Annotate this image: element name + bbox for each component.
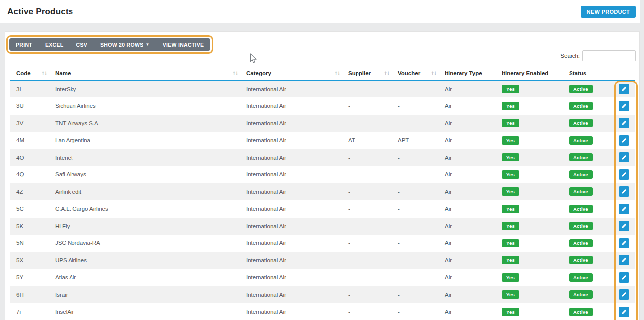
cell-voucher: -: [392, 235, 439, 252]
toolbar-button-print[interactable]: PRINT: [9, 38, 39, 51]
status-badge: Active: [569, 256, 593, 264]
cell-voucher: -: [392, 166, 439, 183]
cell-voucher: -: [392, 269, 439, 286]
cell-status: Active: [563, 303, 613, 320]
status-badge: Active: [569, 239, 593, 247]
status-badge: Active: [569, 205, 593, 213]
edit-button[interactable]: [619, 135, 629, 146]
cell-supplier: -: [342, 269, 392, 286]
table-toolbar: PRINTEXCELCSVSHOW 20 ROWS▼VIEW INACTIVE: [9, 38, 210, 51]
products-table: Code↑↓Name↑↓Category↑↓Supplier↑↓Voucher↑…: [10, 66, 635, 320]
pencil-icon: [621, 86, 627, 92]
column-header-itinerary-type: Itinerary Type: [439, 66, 496, 80]
edit-button[interactable]: [619, 118, 629, 128]
pencil-icon: [621, 172, 627, 177]
table-row: 4MLan ArgentinaInternational AirATAPTAir…: [10, 132, 635, 149]
itinerary-enabled-badge: Yes: [502, 153, 519, 161]
cell-category: International Air: [240, 115, 342, 132]
cell-itinerary-enabled: Yes: [496, 218, 563, 235]
edit-button[interactable]: [619, 272, 629, 283]
table-row: 5NJSC Nordavia-RAInternational Air--AirY…: [10, 235, 635, 252]
cell-itinerary-type: Air: [439, 183, 496, 201]
cell-itinerary-type: Air: [439, 166, 496, 183]
toolbar-button-csv[interactable]: CSV: [70, 38, 94, 51]
column-header-actions: [613, 66, 635, 80]
cell-edit: [613, 183, 635, 201]
edit-button[interactable]: [619, 186, 629, 197]
cell-edit: [613, 97, 635, 115]
edit-button[interactable]: [619, 84, 629, 94]
edit-button[interactable]: [619, 152, 629, 162]
cell-name: InselAir: [49, 303, 240, 320]
cell-itinerary-type: Air: [439, 115, 496, 132]
new-product-button[interactable]: NEW PRODUCT: [581, 6, 636, 18]
edit-button[interactable]: [619, 169, 629, 180]
cell-itinerary-type: Air: [439, 149, 496, 166]
cell-edit: [613, 200, 635, 218]
cell-name: Lan Argentina: [49, 132, 240, 149]
edit-button[interactable]: [619, 204, 629, 214]
cell-status: Active: [563, 269, 613, 286]
cell-category: International Air: [240, 235, 342, 252]
cell-voucher: -: [392, 97, 439, 115]
toolbar-button-view-inactive[interactable]: VIEW INACTIVE: [156, 38, 211, 51]
cell-edit: [613, 286, 635, 304]
cell-supplier: -: [342, 80, 392, 98]
edit-button[interactable]: [619, 221, 629, 231]
edit-button[interactable]: [619, 101, 629, 111]
sort-icon: ↑↓: [232, 71, 238, 76]
column-header-label: Status: [569, 70, 586, 76]
cell-name: Hi Fly: [49, 218, 240, 235]
status-badge: Active: [569, 273, 593, 282]
cell-edit: [613, 252, 635, 269]
toolbar-button-show-20-rows[interactable]: SHOW 20 ROWS▼: [94, 38, 156, 51]
cell-supplier: -: [342, 149, 392, 166]
table-row: 3VTNT Airways S.A.International Air--Air…: [10, 115, 635, 132]
cell-itinerary-enabled: Yes: [496, 183, 563, 201]
cell-voucher: -: [392, 80, 439, 98]
search-input[interactable]: [582, 50, 636, 61]
cell-edit: [613, 269, 635, 286]
column-header-category[interactable]: Category↑↓: [240, 66, 342, 80]
cell-edit: [613, 303, 635, 320]
sort-icon: ↑↓: [334, 71, 340, 76]
edit-button[interactable]: [619, 307, 629, 317]
cell-supplier: -: [342, 115, 392, 132]
cell-supplier: -: [342, 286, 392, 304]
table-row: 5KHi FlyInternational Air--AirYesActive: [10, 218, 635, 235]
cell-supplier: -: [342, 303, 392, 320]
toolbar-button-excel[interactable]: EXCEL: [39, 38, 70, 51]
edit-button[interactable]: [619, 289, 629, 300]
column-header-voucher[interactable]: Voucher↑↓: [392, 66, 439, 80]
cell-itinerary-enabled: Yes: [496, 235, 563, 252]
column-header-itinerary-enabled: Itinerary Enabled: [496, 66, 563, 80]
cell-itinerary-type: Air: [439, 132, 496, 149]
cell-status: Active: [563, 252, 613, 269]
cell-code: 6H: [10, 286, 49, 304]
column-header-name[interactable]: Name↑↓: [49, 66, 240, 80]
cell-category: International Air: [240, 200, 342, 218]
itinerary-enabled-badge: Yes: [502, 222, 519, 230]
column-header-code[interactable]: Code↑↓: [10, 66, 49, 80]
itinerary-enabled-badge: Yes: [502, 205, 519, 213]
itinerary-enabled-badge: Yes: [502, 273, 519, 282]
column-header-supplier[interactable]: Supplier↑↓: [342, 66, 392, 80]
status-badge: Active: [569, 119, 593, 127]
status-badge: Active: [569, 85, 593, 93]
table-row: 5CC.A.L. Cargo AirlinesInternational Air…: [10, 200, 635, 218]
status-badge: Active: [569, 102, 593, 110]
column-header-status: Status: [563, 66, 613, 80]
cell-status: Active: [563, 218, 613, 235]
cell-edit: [613, 115, 635, 132]
cell-voucher: -: [392, 252, 439, 269]
cell-itinerary-type: Air: [439, 200, 496, 218]
column-header-label: Category: [246, 70, 271, 76]
edit-button[interactable]: [619, 255, 629, 265]
cell-supplier: -: [342, 218, 392, 235]
pencil-icon: [621, 103, 627, 109]
cell-itinerary-enabled: Yes: [496, 269, 563, 286]
cell-itinerary-type: Air: [439, 80, 496, 98]
column-header-label: Itinerary Type: [445, 70, 482, 76]
table-row: 4QSafi AirwaysInternational Air--AirYesA…: [10, 166, 635, 183]
edit-button[interactable]: [619, 238, 629, 248]
